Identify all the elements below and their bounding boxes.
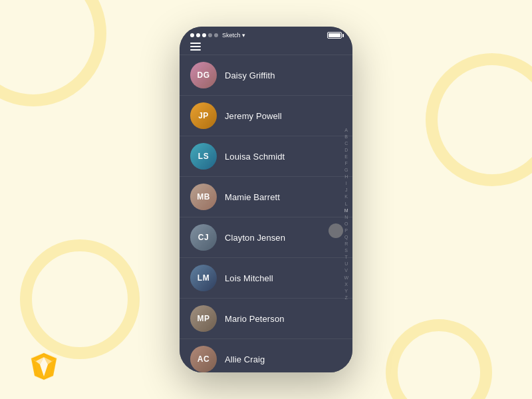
bg-decoration-2 [20,239,140,359]
contact-item-allie[interactable]: ACAllie Craig [180,339,352,372]
alpha-O[interactable]: O [344,221,348,227]
alpha-G[interactable]: G [344,167,348,173]
avatar-jeremy: JP [190,102,217,129]
contact-item-louisa[interactable]: LSLouisa Schmidt [180,136,352,177]
alpha-C[interactable]: C [344,140,348,146]
sketch-logo [28,351,60,380]
signal-area: Sketch ▾ [190,32,245,39]
contact-item-clayton[interactable]: CJClayton Jensen [180,217,352,258]
avatar-mario: MP [190,305,217,332]
bg-decoration-3 [426,53,532,186]
status-bar: Sketch ▾ [180,27,352,41]
contact-item-lois[interactable]: LMLois Mitchell [180,258,352,299]
alpha-index[interactable]: A B C D E F G H I J K L M N O P Q R S T … [344,127,348,301]
contact-name-mamie: Mamie Barrett [225,192,280,202]
alpha-Y[interactable]: Y [344,288,348,294]
alpha-W[interactable]: W [344,275,348,281]
hamburger-line-1 [190,43,201,44]
alpha-H[interactable]: H [344,174,348,180]
alpha-J[interactable]: J [344,188,348,194]
signal-dot-4 [208,33,212,37]
battery-icon [327,32,342,39]
hamburger-line-2 [190,46,201,47]
app-header [180,41,352,55]
bg-decoration-4 [386,319,492,399]
alpha-U[interactable]: U [344,261,348,267]
contact-name-lois: Lois Mitchell [225,273,273,283]
phone-frame: Sketch ▾ A B C D E F G H I [180,27,352,372]
menu-button[interactable] [190,43,201,51]
avatar-clayton: CJ [190,224,217,251]
wifi-label: Sketch ▾ [222,32,245,39]
contact-item-mario[interactable]: MPMario Peterson [180,299,352,339]
signal-dot-2 [196,33,200,37]
alpha-V[interactable]: V [344,268,348,274]
alpha-Q[interactable]: Q [344,234,348,240]
contact-name-daisy: Daisy Griffith [225,70,275,80]
signal-dot-3 [202,33,206,37]
avatar-louisa: LS [190,143,217,170]
signal-dot-1 [190,33,194,37]
alpha-Z[interactable]: Z [344,295,348,301]
alpha-A[interactable]: A [344,127,348,133]
battery-fill [329,33,340,37]
contact-name-jeremy: Jeremy Powell [225,111,282,121]
contact-name-clayton: Clayton Jensen [225,233,285,243]
avatar-daisy: DG [190,62,217,88]
contact-item-mamie[interactable]: MBMamie Barrett [180,177,352,217]
alpha-M[interactable]: M [344,207,348,213]
avatar-mamie: MB [190,184,217,210]
hamburger-line-3 [190,49,201,51]
alpha-E[interactable]: E [344,154,348,160]
alpha-D[interactable]: D [344,147,348,153]
battery-area [325,32,342,39]
alpha-L[interactable]: L [344,201,348,207]
contact-item-daisy[interactable]: DGDaisy Griffith [180,55,352,96]
alpha-B[interactable]: B [344,134,348,140]
signal-dot-5 [214,33,218,37]
alpha-N[interactable]: N [344,214,348,220]
contact-item-jeremy[interactable]: JPJeremy Powell [180,96,352,136]
alpha-I[interactable]: I [344,181,348,187]
alpha-X[interactable]: X [344,281,348,287]
alpha-R[interactable]: R [344,241,348,247]
contact-name-louisa: Louisa Schmidt [225,152,285,162]
scroll-indicator [329,223,343,238]
contact-name-allie: Allie Craig [225,354,265,364]
avatar-lois: LM [190,265,217,291]
bg-decoration-1 [0,0,106,106]
alpha-S[interactable]: S [344,247,348,253]
contact-name-mario: Mario Peterson [225,314,285,324]
alpha-F[interactable]: F [344,160,348,166]
avatar-allie: AC [190,346,217,372]
alpha-T[interactable]: T [344,255,348,261]
alpha-K[interactable]: K [344,194,348,200]
alpha-P[interactable]: P [344,227,348,233]
contact-list[interactable]: A B C D E F G H I J K L M N O P Q R S T … [180,55,352,372]
